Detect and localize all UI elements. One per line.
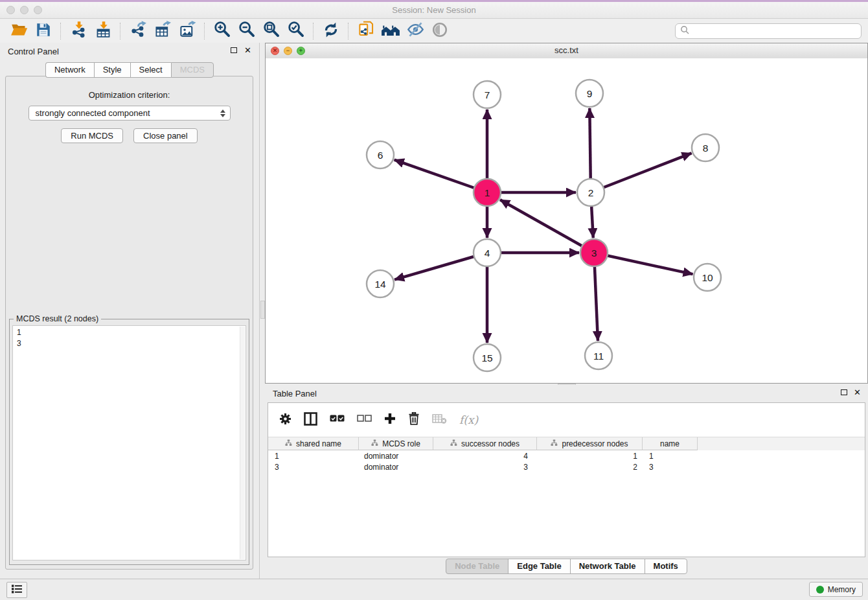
search-input[interactable] (692, 25, 856, 36)
edge-2-8[interactable] (591, 153, 692, 192)
minimize-window-button[interactable] (20, 6, 29, 14)
open-file-button[interactable] (6, 21, 31, 41)
status-bar: Memory (0, 579, 868, 600)
table-header-row: shared nameMCDS rolesuccessor nodesprede… (268, 437, 865, 450)
delete-table-button (432, 413, 447, 426)
panel-splitter[interactable] (259, 43, 265, 579)
export-network-icon (130, 21, 147, 41)
delete-button[interactable] (408, 412, 420, 428)
table-panel-header: Table Panel ✕ (265, 385, 868, 402)
tab-style[interactable]: Style (94, 62, 130, 78)
cell-successor-nodes[interactable]: 4 (433, 452, 537, 461)
edge-1-6[interactable] (394, 160, 487, 192)
close-window-button[interactable] (6, 6, 15, 14)
edge-3-10[interactable] (594, 253, 693, 274)
clone-network-button[interactable] (354, 21, 378, 41)
table-row-1[interactable]: 1dominator411 (268, 450, 865, 461)
delete-icon (408, 412, 420, 428)
criterion-dropdown-value: strongly connected component (36, 108, 150, 118)
minimize-view-button[interactable]: − (284, 47, 292, 55)
import-table-button[interactable] (91, 21, 115, 41)
float-table-panel-icon[interactable] (841, 389, 847, 395)
cell-name[interactable]: 1 (643, 452, 698, 461)
edge-3-1[interactable] (500, 200, 594, 253)
zoom-selected-button[interactable] (284, 21, 308, 41)
criterion-dropdown[interactable]: strongly connected component (29, 106, 231, 121)
column-header-MCDS-role[interactable]: MCDS role (359, 437, 433, 450)
hide-panels-icon (407, 21, 424, 41)
zoom-window-button[interactable] (34, 6, 42, 14)
cell-shared-name[interactable]: 1 (268, 452, 359, 461)
dropdown-stepper-icon (220, 110, 225, 117)
export-image-button[interactable] (175, 21, 200, 41)
tab-select[interactable]: Select (130, 62, 171, 78)
run-mcds-button[interactable]: Run MCDS (61, 128, 123, 143)
list-icon (11, 584, 23, 597)
deselect-all-button[interactable] (357, 414, 372, 426)
zoom-in-button[interactable] (210, 21, 234, 41)
export-network-button[interactable] (126, 21, 150, 41)
cell-shared-name[interactable]: 3 (268, 463, 359, 472)
add-button[interactable] (384, 413, 396, 427)
close-panel-icon[interactable]: ✕ (244, 45, 251, 55)
zoom-out-button[interactable] (234, 21, 259, 41)
zoom-fit-button[interactable] (259, 21, 284, 41)
edge-4-14[interactable] (394, 253, 487, 280)
import-network-button[interactable] (66, 21, 91, 41)
home-button[interactable] (378, 21, 403, 41)
node-3-label: 3 (591, 248, 597, 259)
settings-button[interactable] (279, 413, 291, 428)
maximize-view-button[interactable]: + (297, 47, 305, 55)
optimization-criterion-label: Optimization criterion: (6, 90, 253, 100)
node-4-label: 4 (485, 248, 490, 259)
memory-button-label: Memory (828, 585, 856, 594)
tab-node-table[interactable]: Node Table (446, 559, 508, 574)
tab-edge-table[interactable]: Edge Table (508, 559, 570, 574)
column-header-predecessor-nodes[interactable]: predecessor nodes (537, 437, 643, 450)
memory-button[interactable]: Memory (809, 582, 863, 597)
network-window-controls: ✕ − + (271, 47, 305, 55)
tab-motifs[interactable]: Motifs (645, 559, 687, 574)
mcds-result-group: MCDS result (2 nodes) 1 3 (9, 319, 249, 565)
float-panel-icon[interactable] (231, 47, 237, 53)
tab-network-table[interactable]: Network Table (570, 559, 645, 574)
table-row-2[interactable]: 3dominator323 (268, 461, 865, 472)
delete-table-icon (432, 413, 447, 426)
cell-MCDS-role[interactable]: dominator (359, 452, 433, 461)
task-history-button[interactable] (6, 582, 27, 598)
cell-predecessor-nodes[interactable]: 1 (537, 452, 643, 461)
column-label: name (660, 439, 680, 448)
hide-panels-button[interactable] (403, 21, 428, 41)
column-label: shared name (296, 439, 341, 448)
cell-successor-nodes[interactable]: 3 (433, 463, 537, 472)
node-10-label: 10 (702, 272, 713, 283)
table-tabs: Node TableEdge TableNetwork TableMotifs (265, 559, 868, 574)
window-controls (6, 6, 42, 14)
close-table-panel-icon[interactable]: ✕ (854, 387, 861, 397)
splitter-handle-icon[interactable] (260, 301, 265, 319)
export-table-icon (154, 21, 172, 41)
tab-network[interactable]: Network (45, 62, 94, 78)
network-canvas[interactable]: 7968124314101511 (266, 58, 867, 383)
tab-mcds[interactable]: MCDS (171, 62, 214, 78)
close-panel-button[interactable]: Close panel (133, 128, 198, 143)
node-6-label: 6 (378, 150, 383, 161)
show-view-button[interactable] (428, 21, 452, 41)
select-all-button[interactable] (330, 414, 345, 426)
column-header-name[interactable]: name (643, 437, 698, 450)
toggle-columns-button[interactable] (304, 412, 317, 428)
cell-name[interactable]: 3 (643, 463, 698, 472)
column-header-successor-nodes[interactable]: successor nodes (433, 437, 537, 450)
network-view-window: ✕ − + scc.txt 7968124314101511 (265, 43, 868, 384)
column-header-shared-name[interactable]: shared name (268, 437, 359, 450)
import-network-icon (70, 21, 87, 41)
toolbar-separator (313, 23, 314, 40)
cell-predecessor-nodes[interactable]: 2 (537, 463, 643, 472)
close-view-button[interactable]: ✕ (271, 47, 279, 55)
result-scrollbar[interactable] (240, 327, 245, 559)
cell-MCDS-role[interactable]: dominator (359, 463, 433, 472)
toggle-columns-icon (304, 412, 317, 428)
export-table-button[interactable] (150, 21, 175, 41)
refresh-button[interactable] (319, 21, 343, 41)
save-session-button[interactable] (31, 21, 56, 41)
